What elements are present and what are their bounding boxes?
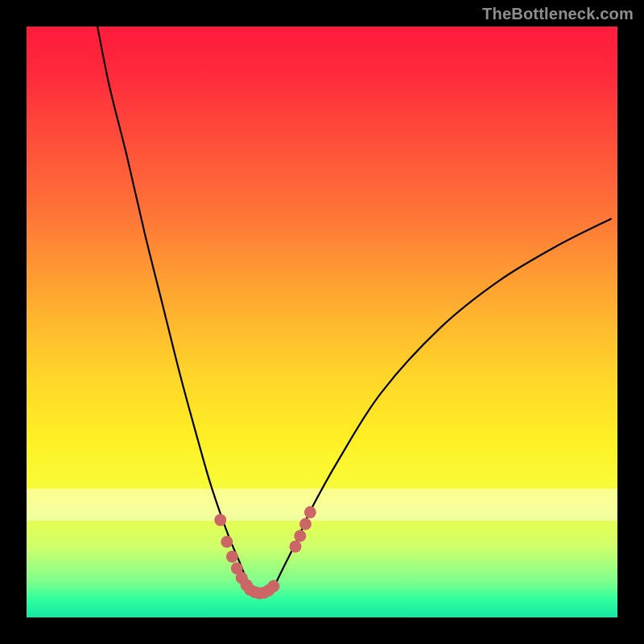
marker-dot [289, 540, 301, 552]
marker-dot [221, 536, 233, 548]
marker-dot [299, 518, 312, 530]
marker-dot [226, 551, 238, 563]
bottleneck-curve [97, 27, 612, 593]
watermark-text: TheBottleneck.com [482, 5, 634, 23]
marker-dot [267, 580, 279, 592]
optimal-marker-left [214, 514, 252, 591]
plot-area [27, 27, 617, 617]
optimal-marker-right [289, 506, 316, 553]
chart-frame: TheBottleneck.com [0, 0, 644, 644]
curve-layer [27, 27, 617, 617]
marker-dot [214, 514, 226, 526]
marker-dot [304, 506, 316, 518]
marker-dot [294, 530, 306, 542]
